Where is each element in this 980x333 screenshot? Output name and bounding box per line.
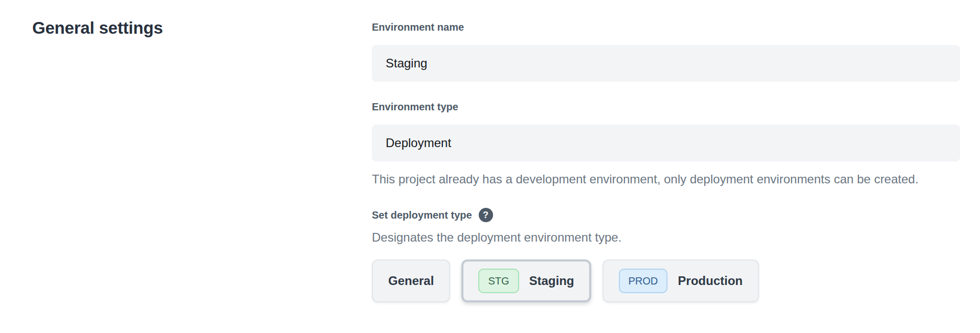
deployment-type-option-staging[interactable]: STGStaging xyxy=(461,259,591,302)
deployment-type-option-label: Production xyxy=(678,274,743,288)
environment-type-help-text: This project already has a development e… xyxy=(372,170,945,188)
set-deployment-type-label: Set deployment type xyxy=(372,208,472,222)
deployment-type-option-label: General xyxy=(388,274,434,288)
environment-type-input[interactable] xyxy=(372,125,960,161)
stg-badge: STG xyxy=(478,269,519,293)
page-title: General settings xyxy=(32,18,163,38)
environment-name-input[interactable] xyxy=(372,45,960,82)
environment-settings-form: Environment name Environment type This p… xyxy=(372,20,960,302)
prod-badge: PROD xyxy=(619,269,668,293)
deployment-type-description: Designates the deployment environment ty… xyxy=(372,230,960,245)
set-deployment-type-row: Set deployment type ? xyxy=(372,208,960,222)
deployment-type-option-general[interactable]: General xyxy=(372,259,450,302)
deployment-type-options: GeneralSTGStagingPRODProduction xyxy=(372,259,960,302)
deployment-type-option-label: Staging xyxy=(529,274,574,288)
environment-name-label: Environment name xyxy=(372,20,960,34)
deployment-type-option-production[interactable]: PRODProduction xyxy=(603,259,759,302)
general-settings-page: General settings Environment name Enviro… xyxy=(0,0,980,333)
question-mark-icon[interactable]: ? xyxy=(479,208,493,222)
environment-type-label: Environment type xyxy=(372,100,960,113)
